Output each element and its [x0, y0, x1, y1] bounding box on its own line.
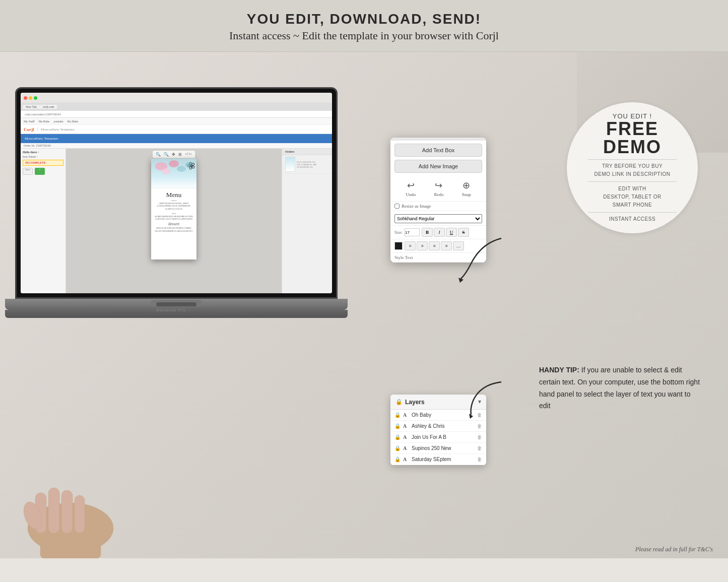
order-id: Order Id: 1509758194 — [24, 144, 51, 147]
size-input[interactable] — [405, 228, 420, 236]
layer-name-0: Oh Baby — [412, 412, 475, 418]
undo-tool[interactable]: ↩ Undo — [406, 180, 416, 197]
svg-rect-10 — [75, 495, 85, 533]
minimize-button[interactable] — [29, 96, 32, 100]
layer-delete-3[interactable]: 🗑 — [477, 445, 482, 451]
add-text-box-btn[interactable]: Add Text Box — [394, 144, 482, 157]
undo-icon: ↩ — [407, 180, 415, 191]
layer-delete-1[interactable]: 🗑 — [477, 423, 482, 429]
add-new-image-btn[interactable]: Add New Image — [394, 160, 482, 173]
demo-circle: YOU EDIT ! FREE DEMO TRY BEFORE YOU BUY … — [567, 102, 698, 233]
layer-type-2: A — [403, 434, 409, 440]
arrow-demo-to-panel — [451, 233, 511, 284]
card-body: Menu starters CRISPY PRAWN DUCK ROLL, SW… — [151, 189, 196, 235]
font-selector-row: Sohkhand Regular — [390, 211, 486, 226]
layer-lock-2: 🔒 — [394, 434, 401, 440]
maximize-button[interactable] — [34, 96, 37, 100]
snap-label: Snap — [462, 192, 471, 197]
browser-tab-1[interactable]: New Tab — [23, 105, 40, 109]
layer-lock-0: 🔒 — [394, 412, 401, 418]
undo-label: Undo — [406, 192, 416, 197]
svg-point-4 — [185, 162, 192, 167]
sb-bookmarks: My Stuff Hu Hubs youtube Hu Hubs — [21, 118, 332, 125]
nav-templates[interactable]: MoocraParty Templates — [25, 137, 58, 141]
sb-body: Hello there ↑ best friend ↑ INCOMPLETE S… — [21, 149, 332, 293]
laptop-screen-inner: New Tab corjl.com corjl.com/orders/15097… — [21, 93, 332, 293]
subline: Instant access ~ Edit the template in yo… — [10, 29, 718, 42]
redo-tool[interactable]: ↪ Redo — [434, 180, 443, 197]
card-main-label: main — [153, 212, 194, 215]
rp-item-1[interactable]: PLEASEJOIN USON A BRIDAL BRIN HONOR OF — [282, 155, 332, 174]
move-btn[interactable]: ✥ — [171, 152, 176, 157]
demo-instant-access: INSTANT ACCESS — [609, 215, 655, 223]
font-dropdown[interactable]: Sohkhand Regular — [394, 214, 482, 223]
design-card: ❀ — [151, 159, 196, 260]
layer-item-1[interactable]: 🔒 A Ashley & Chris 🗑 — [390, 421, 486, 432]
sb-address-bar[interactable]: corjl.com/orders/1509758194 — [21, 111, 332, 118]
laptop-frame: New Tab corjl.com corjl.com/orders/15097… — [15, 87, 348, 318]
sb-canvas: 🔍 🔍 ✥ ⊞ «1/1» ❀ — [66, 149, 282, 293]
bookmark-2[interactable]: Hu Hubs — [39, 120, 50, 123]
resize-checkbox[interactable] — [394, 204, 400, 209]
top-banner: YOU EDIT, DOWNLOAD, SEND! Instant access… — [0, 0, 728, 52]
color-swatch[interactable] — [394, 242, 403, 250]
bookmark-4[interactable]: Hu Hubs — [68, 120, 79, 123]
orders-panel-header: Orders — [282, 149, 332, 155]
card-top: ❀ — [151, 159, 196, 189]
layer-item-3[interactable]: 🔒 A Supinos 250 New 🗑 — [390, 443, 486, 454]
action-buttons-row: Save ✓ — [23, 168, 63, 175]
zoom-in-btn[interactable]: 🔍 — [155, 152, 162, 157]
rp-text-1: PLEASEJOIN USON A BRIDAL BRIN HONOR OF — [297, 161, 316, 168]
svg-rect-12 — [40, 536, 101, 558]
layer-name-3: Supinos 250 New — [412, 445, 475, 451]
main-area: New Tab corjl.com corjl.com/orders/15097… — [0, 52, 728, 558]
zoom-out-btn[interactable]: 🔍 — [163, 152, 170, 157]
align-right-btn[interactable]: ≡ — [429, 241, 440, 250]
layer-item-2[interactable]: 🔒 A Join Us For A B 🗑 — [390, 432, 486, 443]
bold-btn[interactable]: B — [422, 228, 433, 237]
address-text: corjl.com/orders/1509758194 — [25, 113, 60, 116]
align-justify-btn[interactable]: ≡ — [441, 241, 452, 250]
layers-title-text: Layers — [405, 399, 425, 406]
bookmark-1[interactable]: My Stuff — [24, 120, 35, 123]
ok-btn-small[interactable]: ✓ — [35, 168, 45, 175]
sb-right-panel: Orders PLEASEJOIN USON A BRIDAL BRIN HON… — [282, 149, 332, 293]
italic-btn[interactable]: I — [434, 228, 445, 237]
browser-tab-2[interactable]: corjl.com — [40, 105, 57, 109]
corjl-subtitle: MoocraParty Templates — [41, 127, 75, 132]
snap-icon: ⊕ — [462, 180, 470, 191]
close-button[interactable] — [24, 96, 27, 100]
arrow-tip-to-layers — [466, 379, 506, 420]
align-left-btn[interactable]: ≡ — [405, 241, 416, 250]
layer-item-4[interactable]: 🔒 A Saturday SEptem 🗑 — [390, 454, 486, 465]
canvas-toolbar: 🔍 🔍 ✥ ⊞ «1/1» — [153, 151, 195, 158]
corjl-logo: Corjl — [24, 127, 34, 132]
order-id-bar: Order Id: 1509758194 — [21, 143, 332, 149]
svg-point-3 — [177, 166, 186, 172]
layer-delete-2[interactable]: 🗑 — [477, 434, 482, 440]
hand-svg — [10, 417, 171, 558]
card-main-items: SEARED MARINATED CHICKEN BREAST WITHGAZP… — [153, 216, 194, 221]
incomplete-status: INCOMPLETE — [25, 161, 46, 164]
align-center-btn[interactable]: ≡ — [417, 241, 428, 250]
layer-name-2: Join Us For A B — [412, 434, 475, 440]
card-floral-svg — [151, 159, 196, 189]
demo-edit-with: EDIT WITH — [618, 185, 646, 193]
size-label: Size: — [394, 230, 403, 235]
layer-type-0: A — [403, 412, 409, 418]
panel-top-spacer — [390, 138, 486, 141]
panel-tools: ↩ Undo ↪ Redo ⊕ Snap — [390, 176, 486, 202]
save-btn-small[interactable]: Save — [23, 168, 33, 175]
svg-point-1 — [169, 160, 179, 167]
layer-name-4: Saturday SEptem — [412, 457, 475, 462]
bookmark-3[interactable]: youtube — [53, 120, 63, 123]
snap-tool[interactable]: ⊕ Snap — [462, 180, 471, 197]
demo-link: DEMO LINK IN DESCRIPTION — [594, 170, 671, 178]
sb-app: Corjl | MoocraParty Templates MoocraPart… — [21, 125, 332, 293]
layer-name-1: Ashley & Chris — [412, 423, 475, 429]
layer-delete-4[interactable]: 🗑 — [477, 457, 482, 462]
tip-label: HANDY TIP: — [539, 366, 579, 374]
fit-btn[interactable]: ⊞ — [177, 152, 183, 157]
headline: YOU EDIT, DOWNLOAD, SEND! — [10, 11, 718, 27]
svg-rect-8 — [48, 488, 59, 533]
